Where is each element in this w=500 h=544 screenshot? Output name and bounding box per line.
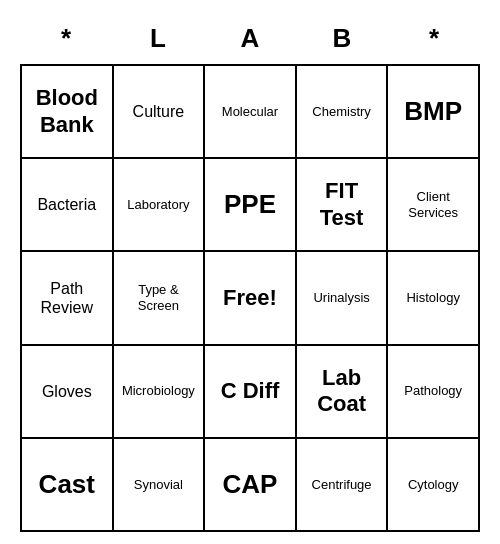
cell-1-1[interactable]: Laboratory [114, 159, 206, 252]
cell-text-3-2: C Diff [221, 378, 280, 404]
cell-text-4-0: Cast [39, 469, 95, 500]
cell-3-0[interactable]: Gloves [22, 346, 114, 439]
header-cell-4: * [388, 12, 480, 64]
cell-0-2[interactable]: Molecular [205, 66, 297, 159]
cell-text-2-0: Path Review [26, 279, 108, 317]
cell-2-1[interactable]: Type & Screen [114, 252, 206, 345]
cell-text-1-4: Client Services [392, 189, 474, 220]
cell-text-0-4: BMP [404, 96, 462, 127]
cell-4-4[interactable]: Cytology [388, 439, 480, 532]
cell-text-4-1: Synovial [134, 477, 183, 493]
cell-text-3-1: Microbiology [122, 383, 195, 399]
cell-text-1-3: FIT Test [301, 178, 383, 231]
cell-text-0-1: Culture [133, 102, 185, 121]
cell-text-1-1: Laboratory [127, 197, 189, 213]
cell-4-1[interactable]: Synovial [114, 439, 206, 532]
cell-2-4[interactable]: Histology [388, 252, 480, 345]
bingo-grid: Blood BankCultureMolecularChemistryBMPBa… [20, 64, 480, 532]
cell-text-0-0: Blood Bank [26, 85, 108, 138]
cell-1-4[interactable]: Client Services [388, 159, 480, 252]
header-cell-1: L [112, 12, 204, 64]
cell-4-0[interactable]: Cast [22, 439, 114, 532]
cell-0-3[interactable]: Chemistry [297, 66, 389, 159]
cell-text-0-2: Molecular [222, 104, 278, 120]
cell-text-1-2: PPE [224, 189, 276, 220]
cell-4-3[interactable]: Centrifuge [297, 439, 389, 532]
header-cell-0: * [20, 12, 112, 64]
header-cell-2: A [204, 12, 296, 64]
header-row: *LAB* [20, 12, 480, 64]
cell-2-3[interactable]: Urinalysis [297, 252, 389, 345]
cell-2-0[interactable]: Path Review [22, 252, 114, 345]
cell-1-2[interactable]: PPE [205, 159, 297, 252]
cell-0-4[interactable]: BMP [388, 66, 480, 159]
cell-2-2[interactable]: Free! [205, 252, 297, 345]
cell-0-1[interactable]: Culture [114, 66, 206, 159]
cell-0-0[interactable]: Blood Bank [22, 66, 114, 159]
cell-text-3-0: Gloves [42, 382, 92, 401]
cell-text-4-2: CAP [223, 469, 278, 500]
cell-3-2[interactable]: C Diff [205, 346, 297, 439]
cell-4-2[interactable]: CAP [205, 439, 297, 532]
cell-text-4-4: Cytology [408, 477, 459, 493]
bingo-card: *LAB* Blood BankCultureMolecularChemistr… [20, 12, 480, 532]
cell-text-4-3: Centrifuge [312, 477, 372, 493]
cell-3-4[interactable]: Pathology [388, 346, 480, 439]
cell-text-0-3: Chemistry [312, 104, 371, 120]
cell-text-2-3: Urinalysis [313, 290, 369, 306]
cell-3-1[interactable]: Microbiology [114, 346, 206, 439]
cell-text-1-0: Bacteria [37, 195, 96, 214]
cell-text-2-4: Histology [406, 290, 459, 306]
cell-text-3-3: Lab Coat [301, 365, 383, 418]
cell-3-3[interactable]: Lab Coat [297, 346, 389, 439]
header-cell-3: B [296, 12, 388, 64]
cell-1-3[interactable]: FIT Test [297, 159, 389, 252]
cell-text-2-2: Free! [223, 285, 277, 311]
cell-1-0[interactable]: Bacteria [22, 159, 114, 252]
cell-text-2-1: Type & Screen [118, 282, 200, 313]
cell-text-3-4: Pathology [404, 383, 462, 399]
